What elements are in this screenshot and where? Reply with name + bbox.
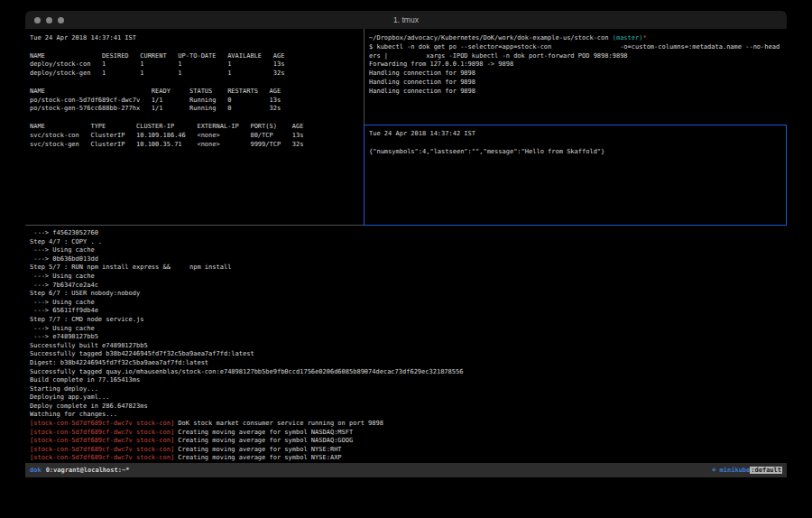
terminal-line: ---> f45623052760 — [30, 229, 782, 238]
terminal-line: deploy/stock-con 1 1 1 1 13s — [30, 60, 362, 69]
pane-divider-horizontal — [25, 225, 364, 226]
terminal-line: deploy/stock-gen 1 1 1 1 32s — [30, 69, 362, 79]
terminal-line: {"numsymbols":4,"lastseen":"","message":… — [369, 148, 784, 157]
pod-log-line: [stock-con-5d7df689cf-dwc7v stock-con] C… — [30, 454, 782, 463]
terminal-line: ---> Using cache — [30, 299, 782, 308]
pane-curl-output[interactable]: Tue 24 Apr 2018 14:37:42 IST {"numsymbol… — [369, 130, 784, 156]
terminal-line: po/stock-gen-576cc688bb-277hx 1/1 Runnin… — [30, 105, 362, 114]
terminal-line: Tue 24 Apr 2018 14:37:42 IST — [369, 130, 784, 139]
terminal-line: Handling connection for 9898 — [369, 69, 784, 79]
status-left: dok 0:vagrant@localhost:~* — [30, 467, 129, 474]
terminal-line: Deploying app.yaml... — [30, 393, 782, 402]
kube-status: ☸ minikube:default — [712, 467, 782, 474]
status-window-item[interactable]: 0:vagrant@localhost:~* — [46, 467, 130, 474]
pod-log-line: [stock-con-5d7df689cf-dwc7v stock-con] C… — [30, 437, 782, 446]
terminal-line — [30, 114, 362, 123]
terminal-line: Successfully built e74898127bb5 — [30, 342, 782, 351]
pane-port-forward[interactable]: ~/Dropbox/advocacy/Kubernetes/DoK/work/d… — [369, 34, 784, 97]
pod-log-prefix: [stock-con-5d7df689cf-dwc7v stock-con] — [30, 454, 174, 461]
terminal-line: ---> 7b6347ce2a4c — [30, 282, 782, 291]
pane-divider-vertical — [364, 29, 364, 125]
terminal-line: Successfully tagged b38b42246945fd7f32c5… — [30, 350, 782, 359]
terminal-line: Step 6/7 : USER nobody:nobody — [30, 290, 782, 299]
terminal-line: Step 4/7 : COPY . . — [30, 238, 782, 247]
terminal-line: Handling connection for 9898 — [369, 79, 784, 88]
terminal-line: Starting deploy... — [30, 385, 782, 394]
terminal-line: svc/stock-con ClusterIP 10.109.186.46 <n… — [30, 132, 362, 141]
window-titlebar[interactable]: 1. tmux — [25, 11, 787, 29]
terminal-line: ers | xargs -IPOD kubectl -n dok port-fo… — [369, 52, 784, 61]
pane-skaffold-build[interactable]: ---> f45623052760Step 4/7 : COPY . . ---… — [30, 229, 782, 463]
terminal-line: Build complete in 77.165413ms — [30, 376, 782, 385]
terminal-line: Handling connection for 9898 — [369, 88, 784, 97]
terminal-line: ---> Using cache — [30, 273, 782, 282]
skaffold-build-output: ---> f45623052760Step 4/7 : COPY . . ---… — [30, 229, 782, 420]
terminal-line — [30, 43, 362, 52]
port-forward-output: $ kubectl -n dok get po --selector=app=s… — [369, 43, 784, 97]
kube-namespace-label: :default — [750, 467, 782, 474]
pod-log-line: [stock-con-5d7df689cf-dwc7v stock-con] C… — [30, 429, 782, 438]
terminal-line: Successfully tagged quay.io/mhausenblas/… — [30, 368, 782, 377]
terminal-line: Step 5/7 : RUN npm install express && np… — [30, 264, 782, 273]
terminal-line: Tue 24 Apr 2018 14:37:41 IST — [30, 34, 362, 43]
terminal-line: svc/stock-gen ClusterIP 10.100.35.71 <no… — [30, 141, 362, 150]
pod-log-prefix: [stock-con-5d7df689cf-dwc7v stock-con] — [30, 429, 174, 436]
shell-prompt-path: ~/Dropbox/advocacy/Kubernetes/DoK/work/d… — [369, 34, 784, 43]
pane-kubectl-watch[interactable]: Tue 24 Apr 2018 14:37:41 IST NAME DESIRE… — [30, 34, 362, 149]
terminal-window: 1. tmux Tue 24 Apr 2018 14:37:41 IST NAM… — [25, 11, 787, 487]
git-branch-label: (master) — [613, 34, 643, 42]
terminal-line — [369, 139, 784, 148]
terminal-line: NAME DESIRED CURRENT UP-TO-DATE AVAILABL… — [30, 52, 362, 61]
tmux-status-bar: dok 0:vagrant@localhost:~* ☸ minikube:de… — [25, 463, 787, 477]
pod-log-prefix: [stock-con-5d7df689cf-dwc7v stock-con] — [30, 437, 174, 444]
terminal-line: NAME READY STATUS RESTARTS AGE — [30, 88, 362, 97]
tmux-session: Tue 24 Apr 2018 14:37:41 IST NAME DESIRE… — [25, 29, 787, 487]
terminal-line: ---> Using cache — [30, 325, 782, 334]
pod-log-lines: [stock-con-5d7df689cf-dwc7v stock-con] D… — [30, 420, 782, 463]
terminal-line: Digest: b38b42246945fd7f32c5ba9aea7af7fd… — [30, 359, 782, 368]
cwd-text: ~/Dropbox/advocacy/Kubernetes/DoK/work/d… — [369, 34, 613, 42]
pod-log-prefix: [stock-con-5d7df689cf-dwc7v stock-con] — [30, 446, 174, 453]
terminal-line: Step 7/7 : CMD node service.js — [30, 316, 782, 325]
terminal-line: ---> 65611ff9db4e — [30, 307, 782, 316]
terminal-line: ---> e74898127bb5 — [30, 333, 782, 342]
kube-context-label: minikube — [720, 467, 751, 474]
terminal-line: po/stock-con-5d7df689cf-dwc7v 1/1 Runnin… — [30, 97, 362, 106]
pod-log-line: [stock-con-5d7df689cf-dwc7v stock-con] D… — [30, 420, 782, 429]
terminal-line: ---> 0b636bd013dd — [30, 255, 782, 264]
window-title: 1. tmux — [25, 11, 787, 29]
terminal-line: Forwarding from 127.0.0.1:9898 -> 9898 — [369, 60, 784, 69]
terminal-line: $ kubectl -n dok get po --selector=app=s… — [369, 43, 784, 52]
terminal-line — [30, 79, 362, 88]
terminal-line: Watching for changes... — [30, 411, 782, 420]
git-dirty-marker: * — [642, 34, 646, 42]
pod-log-line: [stock-con-5d7df689cf-dwc7v stock-con] C… — [30, 446, 782, 455]
terminal-line: Deploy complete in 286.647823ms — [30, 402, 782, 412]
session-name: dok — [30, 467, 42, 474]
terminal-line: ---> Using cache — [30, 246, 782, 255]
pod-log-prefix: [stock-con-5d7df689cf-dwc7v stock-con] — [30, 420, 174, 427]
terminal-line: NAME TYPE CLUSTER-IP EXTERNAL-IP PORT(S)… — [30, 123, 362, 132]
